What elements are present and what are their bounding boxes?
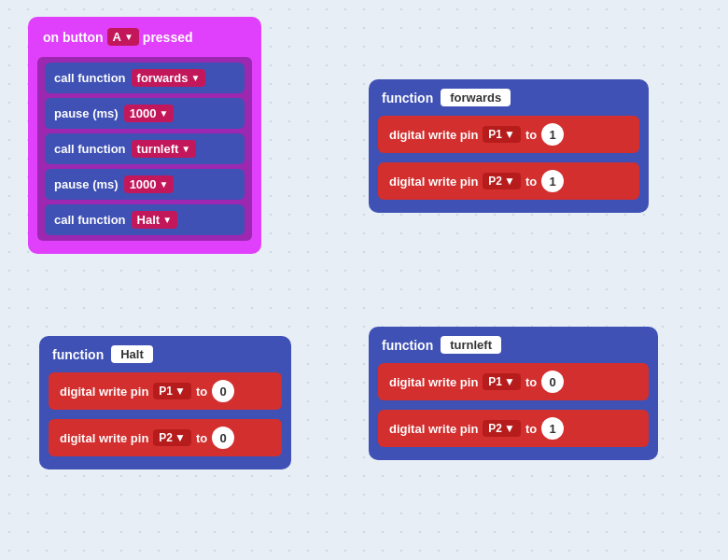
call-function-turnleft: call function turnleft ▼	[45, 133, 245, 164]
forwards-p1-value: P1	[488, 128, 502, 141]
halt-dropdown[interactable]: Halt ▼	[132, 211, 177, 229]
turnleft-p2-dropdown[interactable]: P2 ▼	[483, 420, 521, 437]
on-button-inner-blocks: call function forwards ▼ pause (ms) 1000…	[37, 57, 252, 241]
function-halt-header: function Halt	[49, 343, 282, 365]
halt-p2-val: 0	[212, 427, 234, 449]
halt-p1-dropdown[interactable]: P1 ▼	[153, 383, 191, 399]
call-fn-label-2: call function	[54, 142, 126, 156]
function-halt-block: function Halt digital write pin P1 ▼ to …	[39, 336, 291, 469]
turnleft-p1-val: 0	[541, 371, 564, 393]
turnleft-arrow: ▼	[181, 144, 190, 154]
function-turnleft-pins: digital write pin P1 ▼ to 0 digital writ…	[378, 363, 649, 447]
turnleft-p2-arrow: ▼	[504, 422, 515, 435]
function-forwards-fn-label: function	[382, 91, 433, 105]
turnleft-p2-value: P2	[488, 422, 502, 435]
call-fn-label-1: call function	[54, 71, 126, 85]
function-forwards-header: function forwards	[378, 87, 639, 108]
halt-pin1-block: digital write pin P1 ▼ to 0	[49, 372, 282, 410]
pause-2-value: 1000	[130, 177, 157, 191]
pause-label-2: pause (ms)	[54, 177, 119, 191]
forwards-p2-label: digital write pin	[389, 175, 478, 189]
on-button-header: on button A ▼ pressed	[37, 24, 252, 49]
turnleft-pin2-block: digital write pin P2 ▼ to 1	[378, 410, 649, 447]
pause-block-2: pause (ms) 1000 ▼	[45, 169, 245, 200]
on-button-block: on button A ▼ pressed call function forw…	[28, 17, 261, 254]
function-turnleft-fn-label: function	[382, 338, 433, 353]
turnleft-p2-val: 1	[541, 417, 564, 440]
pause-label-1: pause (ms)	[54, 106, 119, 120]
halt-p2-value: P2	[159, 431, 173, 444]
halt-arrow: ▼	[162, 215, 172, 225]
function-forwards-block: function forwards digital write pin P1 ▼…	[369, 79, 649, 213]
function-halt-name: Halt	[111, 345, 153, 363]
button-a-dropdown[interactable]: A ▼	[107, 28, 139, 46]
turnleft-p1-value: P1	[488, 375, 502, 388]
pressed-label: pressed	[143, 30, 193, 45]
turnleft-value: turnleft	[137, 142, 179, 156]
turnleft-p1-to: to	[525, 375, 537, 389]
function-forwards-pins: digital write pin P1 ▼ to 1 digital writ…	[378, 116, 639, 200]
forwards-p2-value: P2	[488, 175, 502, 188]
function-turnleft-name: turnleft	[441, 336, 501, 354]
call-function-forwards: call function forwards ▼	[45, 63, 245, 93]
pause-1-dropdown[interactable]: 1000 ▼	[124, 105, 175, 122]
turnleft-dropdown[interactable]: turnleft ▼	[132, 140, 197, 158]
forwards-pin1-block: digital write pin P1 ▼ to 1	[378, 116, 639, 153]
forwards-p2-val: 1	[541, 170, 564, 192]
pause-2-dropdown[interactable]: 1000 ▼	[124, 175, 175, 193]
button-a-arrow: ▼	[124, 32, 133, 42]
pause-1-value: 1000	[130, 106, 157, 120]
forwards-pin2-block: digital write pin P2 ▼ to 1	[378, 162, 639, 200]
forwards-p2-dropdown[interactable]: P2 ▼	[483, 173, 521, 189]
forwards-p2-to: to	[525, 175, 537, 189]
pause-block-1: pause (ms) 1000 ▼	[45, 98, 245, 129]
halt-p2-dropdown[interactable]: P2 ▼	[153, 429, 191, 446]
function-turnleft-block: function turnleft digital write pin P1 ▼…	[369, 327, 658, 460]
forwards-p1-arrow: ▼	[504, 128, 515, 141]
halt-p1-val: 0	[212, 380, 234, 402]
turnleft-p1-dropdown[interactable]: P1 ▼	[483, 373, 521, 390]
halt-p2-arrow: ▼	[175, 431, 186, 444]
button-a-value: A	[113, 30, 121, 44]
forwards-arrow: ▼	[190, 73, 200, 83]
halt-p1-value: P1	[159, 385, 173, 398]
function-halt-fn-label: function	[52, 347, 104, 362]
call-fn-label-3: call function	[54, 213, 126, 227]
halt-pin2-block: digital write pin P2 ▼ to 0	[49, 419, 282, 456]
on-button-label: on button	[43, 30, 104, 45]
forwards-p1-val: 1	[541, 123, 564, 146]
turnleft-p1-arrow: ▼	[504, 375, 515, 388]
function-forwards-name: forwards	[441, 89, 511, 106]
turnleft-p2-label: digital write pin	[389, 422, 478, 436]
pause-1-arrow: ▼	[160, 108, 169, 119]
halt-p1-label: digital write pin	[60, 385, 148, 399]
call-function-halt: call function Halt ▼	[45, 204, 245, 235]
forwards-value: forwards	[137, 71, 189, 85]
halt-p1-arrow: ▼	[175, 385, 186, 398]
forwards-p1-dropdown[interactable]: P1 ▼	[483, 126, 521, 143]
halt-p1-to: to	[196, 385, 207, 399]
function-halt-pins: digital write pin P1 ▼ to 0 digital writ…	[49, 372, 282, 456]
halt-p2-label: digital write pin	[60, 431, 148, 445]
turnleft-p2-to: to	[525, 422, 537, 436]
pause-2-arrow: ▼	[160, 179, 169, 189]
forwards-p2-arrow: ▼	[504, 175, 515, 188]
forwards-p1-label: digital write pin	[389, 128, 478, 142]
halt-value: Halt	[137, 213, 161, 227]
turnleft-p1-label: digital write pin	[389, 375, 478, 389]
forwards-p1-to: to	[525, 128, 537, 142]
turnleft-pin1-block: digital write pin P1 ▼ to 0	[378, 363, 649, 400]
function-turnleft-header: function turnleft	[378, 334, 649, 356]
forwards-dropdown[interactable]: forwards ▼	[132, 69, 206, 87]
halt-p2-to: to	[196, 431, 207, 445]
